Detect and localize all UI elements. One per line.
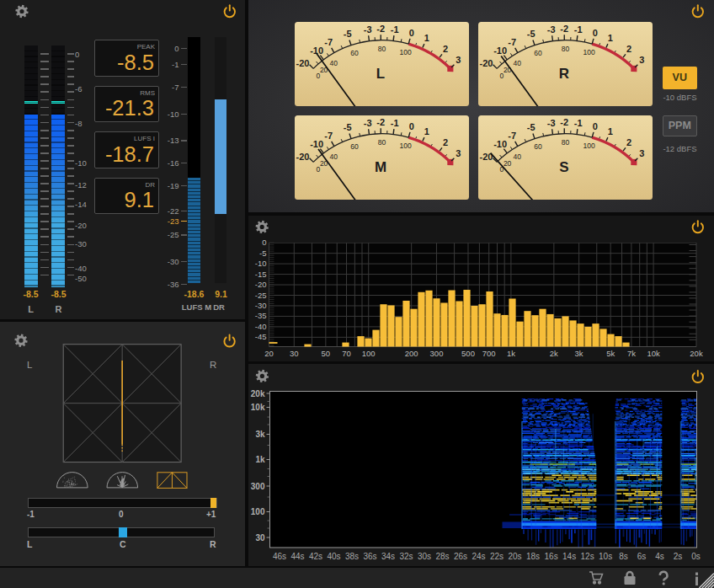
- svg-text:3: 3: [456, 148, 461, 158]
- svg-text:80: 80: [562, 137, 570, 146]
- svg-text:3: 3: [456, 55, 461, 65]
- svg-text:-5: -5: [527, 122, 536, 132]
- svg-text:2: 2: [442, 137, 447, 147]
- svg-text:60: 60: [534, 49, 542, 57]
- svg-text:60: 60: [534, 142, 542, 150]
- svg-text:-7: -7: [508, 37, 516, 47]
- svg-text:-2: -2: [376, 24, 385, 34]
- svg-text:20: 20: [504, 159, 512, 168]
- svg-text:-5: -5: [343, 29, 351, 39]
- svg-text:-7: -7: [508, 131, 516, 141]
- svg-text:60: 60: [350, 142, 359, 150]
- svg-text:M: M: [374, 159, 386, 175]
- svg-text:60: 60: [350, 49, 359, 57]
- svg-text:-3: -3: [547, 117, 556, 127]
- svg-text:-10: -10: [310, 138, 323, 148]
- svg-text:-1: -1: [390, 117, 398, 127]
- svg-text:-20: -20: [479, 58, 493, 68]
- svg-text:3: 3: [639, 148, 644, 158]
- svg-text:0: 0: [593, 28, 598, 38]
- svg-text:-20: -20: [296, 151, 309, 161]
- svg-text:1: 1: [608, 33, 613, 43]
- svg-text:-3: -3: [547, 24, 556, 35]
- svg-text:-3: -3: [363, 24, 371, 35]
- svg-text:100: 100: [583, 141, 594, 149]
- svg-text:2: 2: [626, 137, 631, 147]
- svg-text:-3: -3: [363, 117, 371, 127]
- svg-text:80: 80: [377, 137, 386, 146]
- svg-text:1: 1: [608, 126, 613, 136]
- svg-text:100: 100: [399, 141, 411, 149]
- svg-text:100: 100: [399, 48, 411, 56]
- svg-text:40: 40: [329, 59, 338, 67]
- svg-text:20: 20: [504, 66, 512, 74]
- svg-text:0: 0: [408, 120, 413, 131]
- svg-text:3: 3: [639, 55, 644, 65]
- svg-text:40: 40: [513, 59, 521, 67]
- svg-text:0: 0: [408, 28, 413, 38]
- svg-text:-2: -2: [376, 116, 385, 126]
- svg-text:-7: -7: [324, 37, 333, 47]
- svg-text:-1: -1: [574, 117, 583, 127]
- svg-text:80: 80: [562, 45, 570, 53]
- svg-text:-1: -1: [574, 24, 583, 35]
- svg-text:S: S: [559, 159, 568, 175]
- svg-text:2: 2: [626, 44, 631, 54]
- svg-text:40: 40: [513, 152, 521, 160]
- svg-text:-1: -1: [390, 24, 398, 35]
- svg-text:80: 80: [377, 45, 386, 53]
- svg-text:R: R: [559, 66, 569, 82]
- svg-text:0: 0: [593, 120, 598, 131]
- svg-text:-10: -10: [493, 45, 507, 56]
- svg-text:-20: -20: [296, 58, 309, 68]
- svg-text:-2: -2: [560, 24, 568, 34]
- svg-text:-5: -5: [527, 29, 536, 39]
- svg-text:-7: -7: [324, 131, 333, 141]
- svg-text:-10: -10: [493, 138, 507, 148]
- svg-text:2: 2: [442, 44, 447, 54]
- svg-text:-2: -2: [560, 116, 568, 126]
- svg-text:L: L: [376, 66, 384, 82]
- svg-text:1: 1: [424, 33, 429, 43]
- svg-text:40: 40: [329, 152, 338, 160]
- svg-text:-5: -5: [343, 122, 351, 132]
- svg-text:1: 1: [424, 126, 429, 136]
- svg-text:100: 100: [583, 48, 594, 56]
